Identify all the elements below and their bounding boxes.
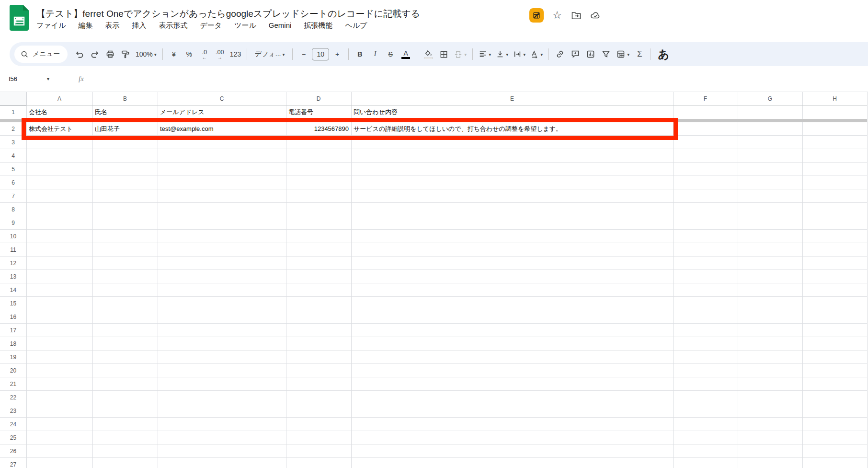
format-currency-button[interactable]: ¥ (167, 47, 181, 62)
cell-D1[interactable]: 電話番号 (286, 105, 351, 119)
format-percent-button[interactable]: % (182, 47, 196, 62)
font-selector[interactable]: デフォ...▾ (251, 47, 288, 62)
undo-button[interactable] (72, 47, 87, 62)
row-header-1[interactable]: 1 (0, 105, 26, 119)
text-wrap-button[interactable]: ▾ (511, 47, 527, 62)
row-header-12[interactable]: 12 (0, 257, 26, 270)
row-header-22[interactable]: 22 (0, 391, 26, 404)
table-views-button[interactable]: ▾ (614, 47, 631, 62)
cell-A1[interactable]: 会社名 (26, 105, 92, 119)
gridline (286, 92, 286, 468)
decrease-decimal-button[interactable]: .0← (197, 47, 212, 62)
menu-format[interactable]: 表示形式 (159, 21, 187, 30)
menu-extensions[interactable]: 拡張機能 (304, 21, 332, 30)
italic-button[interactable]: I (368, 47, 382, 62)
google-sheets-logo[interactable] (10, 5, 29, 31)
row-header-6[interactable]: 6 (0, 176, 26, 189)
search-icon (20, 50, 29, 58)
row-header-18[interactable]: 18 (0, 337, 26, 351)
cell-C1[interactable]: メールアドレス (158, 105, 286, 119)
row-header-26[interactable]: 26 (0, 445, 26, 458)
insert-comment-button[interactable] (568, 47, 582, 62)
menu-gemini[interactable]: Gemini (269, 21, 292, 30)
row-header-8[interactable]: 8 (0, 203, 26, 216)
paint-format-button[interactable] (118, 47, 133, 62)
redo-button[interactable] (88, 47, 102, 62)
menu-insert[interactable]: 挿入 (132, 21, 146, 30)
row-header-14[interactable]: 14 (0, 283, 26, 297)
decrease-font-size-button[interactable]: − (297, 47, 311, 62)
bold-button[interactable]: B (353, 47, 367, 62)
column-header-A[interactable]: A (26, 92, 92, 105)
formula-input[interactable] (84, 66, 868, 92)
borders-button[interactable] (436, 47, 451, 62)
star-icon[interactable]: ☆ (551, 10, 563, 21)
row-header-13[interactable]: 13 (0, 270, 26, 283)
column-header-B[interactable]: B (92, 92, 158, 105)
gridline (867, 92, 868, 468)
cell-B1[interactable]: 氏名 (92, 105, 158, 119)
chevron-down-icon: ▾ (506, 52, 508, 57)
row-header-23[interactable]: 23 (0, 404, 26, 418)
column-header-H[interactable]: H (802, 92, 867, 105)
increase-font-size-button[interactable]: + (330, 47, 344, 62)
row-header-25[interactable]: 25 (0, 431, 26, 445)
sheet-status-badge-icon[interactable] (529, 8, 544, 23)
move-to-folder-icon[interactable] (571, 10, 582, 21)
menu-help[interactable]: ヘルプ (345, 21, 367, 30)
row-header-7[interactable]: 7 (0, 189, 26, 203)
merge-cells-button[interactable]: ▾ (452, 47, 468, 62)
gridline (802, 92, 803, 468)
row-header-4[interactable]: 4 (0, 149, 26, 163)
column-header-E[interactable]: E (351, 92, 673, 105)
search-menus-button[interactable]: メニュー (14, 46, 68, 63)
fx-icon: fx (79, 75, 84, 83)
divider (548, 48, 549, 60)
text-color-button[interactable]: A (399, 47, 413, 62)
row-header-19[interactable]: 19 (0, 351, 26, 364)
insert-chart-button[interactable] (583, 47, 598, 62)
column-header-G[interactable]: G (738, 92, 802, 105)
row-header-15[interactable]: 15 (0, 297, 26, 310)
menu-view[interactable]: 表示 (105, 21, 119, 30)
grid-rows-background (0, 122, 867, 468)
select-all-corner[interactable] (0, 92, 26, 105)
row-header-5[interactable]: 5 (0, 163, 26, 176)
more-formats-button[interactable]: 123 (228, 47, 243, 62)
row-header-11[interactable]: 11 (0, 243, 26, 257)
document-title[interactable]: 【テスト】ferret Oneでアクションがあったらgoogleスプレッドシート… (36, 8, 420, 20)
menu-data[interactable]: データ (200, 21, 222, 30)
functions-button[interactable]: Σ (632, 47, 647, 62)
row-header-24[interactable]: 24 (0, 418, 26, 431)
column-header-F[interactable]: F (673, 92, 738, 105)
column-header-C[interactable]: C (158, 92, 286, 105)
increase-decimal-button[interactable]: .00→ (213, 47, 227, 62)
text-rotation-button[interactable]: ▾ (528, 47, 545, 62)
row-header-20[interactable]: 20 (0, 364, 26, 377)
name-box[interactable]: I56 ▾ (0, 75, 62, 82)
menu-tools[interactable]: ツール (234, 21, 256, 30)
row-header-9[interactable]: 9 (0, 216, 26, 230)
fill-color-button[interactable] (421, 47, 435, 62)
row-header-21[interactable]: 21 (0, 377, 26, 391)
vertical-align-button[interactable]: ▾ (494, 47, 510, 62)
menu-edit[interactable]: 編集 (78, 21, 92, 30)
column-header-D[interactable]: D (286, 92, 351, 105)
chevron-down-icon: ▾ (47, 76, 49, 82)
row-header-16[interactable]: 16 (0, 310, 26, 324)
insert-link-button[interactable] (553, 47, 567, 62)
cell-E1[interactable]: 問い合わせ内容 (351, 105, 673, 119)
input-tools-button[interactable]: あ (656, 47, 671, 62)
menu-file[interactable]: ファイル (36, 21, 66, 30)
horizontal-align-button[interactable]: ▾ (477, 47, 493, 62)
print-button[interactable] (103, 47, 117, 62)
font-size-input[interactable]: 10 (312, 48, 329, 60)
create-filter-button[interactable] (599, 47, 613, 62)
cloud-saved-icon[interactable] (590, 10, 601, 21)
spreadsheet-grid[interactable]: ABCDEFGH 1234567891011121314151617181920… (0, 92, 868, 468)
row-header-27[interactable]: 27 (0, 458, 26, 468)
strikethrough-button[interactable]: S (383, 47, 398, 62)
row-header-17[interactable]: 17 (0, 324, 26, 337)
row-header-10[interactable]: 10 (0, 230, 26, 243)
zoom-control[interactable]: 100%▾ (134, 47, 159, 62)
